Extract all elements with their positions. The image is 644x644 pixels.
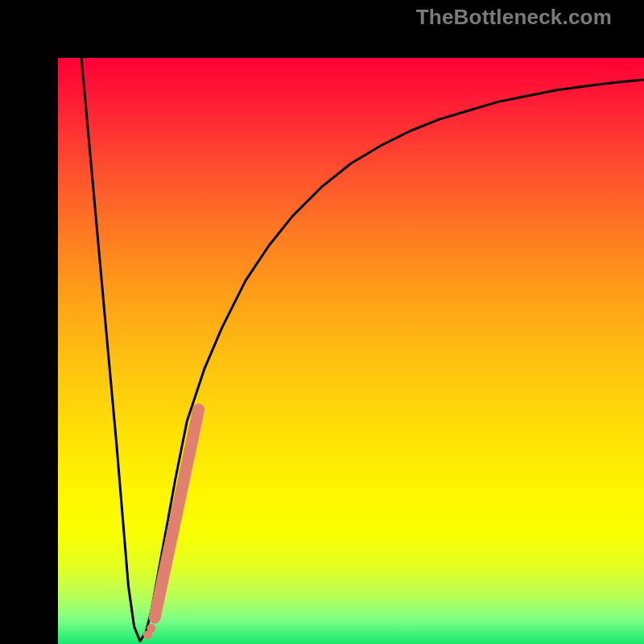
watermark: TheBottleneck.com (416, 5, 612, 30)
highlight-segment (155, 410, 199, 617)
plot-area (58, 58, 644, 644)
chart-frame (0, 0, 644, 644)
chart-svg (58, 58, 644, 644)
highlight-dots (143, 624, 155, 639)
highlight-dot (147, 624, 155, 633)
